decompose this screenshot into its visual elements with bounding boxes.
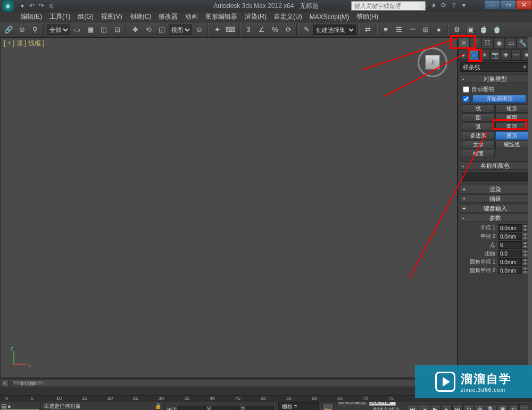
startnew-checkbox[interactable] [463,96,469,102]
infocenter-icon[interactable]: ⓘ [419,2,428,10]
qat-link-icon[interactable]: ⎋ [47,2,55,10]
tab-create[interactable]: ✳ [458,37,470,49]
align-icon[interactable]: ≡ [379,23,392,36]
move-icon[interactable]: ✥ [129,23,142,36]
scale-icon[interactable]: ◱ [155,23,168,36]
dropdown-icon[interactable]: ▾ [460,2,468,10]
shape-text[interactable]: 文本 [462,141,495,149]
subtab-shapes[interactable]: ◯ [469,50,479,60]
viewcube[interactable]: 上 [418,47,447,77]
ref-coord-system[interactable]: 视图 [169,24,192,35]
schematic-icon[interactable]: ⊞ [419,23,432,36]
coord-z-input[interactable] [246,406,274,410]
qat-redo-icon[interactable]: ↷ [37,2,46,10]
viewport-label[interactable]: [ + ] 顶 ] 线框 ] [4,39,44,48]
edit-sel-set-icon[interactable]: ✎ [300,23,313,36]
menu-create[interactable]: 创建(C) [126,12,155,21]
shape-star[interactable]: 星形 [495,132,528,140]
subtab-cameras[interactable]: 📷 [491,50,500,60]
menu-animation[interactable]: 动画 [181,12,202,21]
coord-x-input[interactable] [178,406,206,410]
angle-snap-icon[interactable]: ∠ [255,23,268,36]
percent-snap-icon[interactable]: % [269,23,281,36]
fillet2-input[interactable] [498,267,522,274]
fillet1-input[interactable] [498,258,522,266]
shape-line[interactable]: 线 [462,104,495,113]
snap-icon[interactable]: 3 [242,23,255,36]
spinner-snap-icon[interactable]: ⟳ [282,23,295,36]
shape-ngon[interactable]: 多边形 [462,132,495,140]
lock-icon[interactable]: 🔒 [155,403,161,409]
shape-circle[interactable]: 圆 [462,113,495,122]
menu-render[interactable]: 渲染(R) [241,12,270,21]
panel-scroll[interactable] [528,37,532,378]
render-prod-icon[interactable]: 🍵 [491,23,503,36]
shape-section[interactable]: 截面 [462,150,495,158]
render-setup-icon[interactable]: ⚙ [451,23,463,36]
close-button[interactable]: ✕ [516,0,532,10]
curve-editor-icon[interactable]: 〰 [406,23,419,36]
render-icon[interactable]: 🍵 [477,23,490,36]
next-frame-icon[interactable]: ▸ [441,404,452,410]
rollout-keyboard[interactable]: +键盘输入 [460,204,530,212]
rollout-interp[interactable]: +插值 [460,194,530,203]
subtab-geometry[interactable]: ● [459,50,468,60]
menu-view[interactable]: 视图(V) [97,12,126,21]
nav-pan-icon[interactable]: ✥ [475,404,485,410]
exchange-icon[interactable]: ⟳ [439,2,448,10]
rollout-params[interactable]: -参数 [460,214,530,222]
bind-icon[interactable]: ⚲ [29,23,41,36]
prev-frame-icon[interactable]: ◂ [419,404,429,410]
key-filters-button[interactable]: 关键点过滤器... [372,406,406,411]
shape-helix[interactable]: 螺旋线 [495,141,528,149]
help-icon[interactable]: ? [450,2,458,10]
shape-ellipse[interactable]: 椭圆 [495,113,528,122]
material-icon[interactable]: ● [433,23,445,36]
play-icon[interactable]: ▶ [430,404,440,410]
tab-modify[interactable]: ☄ [470,37,481,49]
goto-start-icon[interactable]: ⏮ [408,404,418,410]
search-input[interactable] [351,1,426,11]
qat-undo-icon[interactable]: ↶ [28,2,36,10]
window-crossing-icon[interactable]: ⊡ [111,23,123,36]
menu-tools[interactable]: 工具(T) [46,12,74,21]
menu-graph[interactable]: 图形编辑器 [202,12,241,21]
coord-mode-icon[interactable]: ⊞ [167,406,172,411]
menu-edit[interactable]: 编辑(E) [17,12,46,21]
nav-fov-icon[interactable]: ▣ [497,404,508,410]
minimize-button[interactable]: — [484,0,500,10]
app-icon[interactable]: ◉ [2,0,14,12]
radius1-input[interactable] [498,224,522,232]
menu-maxscript[interactable]: MAXScript(M) [306,13,353,21]
rollout-render[interactable]: +渲染 [460,185,530,193]
nav-zoom-icon[interactable]: 🔍 [486,404,496,410]
pivot-icon[interactable]: ⊙ [193,23,205,36]
nav-max-icon[interactable]: ⛶ [519,404,530,410]
category-dropdown[interactable]: 样条线▼ [460,62,530,72]
shape-arc[interactable]: 弧 [462,122,495,131]
rotate-icon[interactable]: ⟲ [142,23,155,36]
rollout-object-type[interactable]: -对象类型 [460,75,530,83]
viewport[interactable]: [ + ] 顶 ] 线框 ] 上 z x [0,37,458,378]
render-frame-icon[interactable]: ▣ [464,23,477,36]
tab-display[interactable]: ▭ [505,37,517,49]
tab-motion[interactable]: ◉ [493,37,505,49]
script-mini-icon[interactable]: ▤ [1,403,6,409]
shape-rectangle[interactable]: 矩形 [495,104,528,113]
named-selection-set[interactable]: 创建选择集 [313,24,356,35]
time-thumb[interactable]: 0 / 100 [12,381,44,386]
unlink-icon[interactable]: ⊘ [15,23,28,36]
manip-icon[interactable]: ✦ [211,23,223,36]
time-config-icon[interactable]: ⚙ [463,404,474,410]
object-name-input[interactable] [462,173,532,181]
menu-customize[interactable]: 自定义(U) [270,12,306,21]
start-new-shape-button[interactable]: 开始新图形 [472,95,526,103]
menu-help[interactable]: 帮助(H) [353,12,382,21]
select-region-icon[interactable]: ◫ [97,23,110,36]
subtab-spacewarps[interactable]: 〰 [511,50,521,60]
star-icon[interactable]: ★ [429,2,438,10]
qat-open-icon[interactable]: ▾ [18,2,27,10]
menu-group[interactable]: 组(G) [74,12,97,21]
script-rec-icon[interactable]: ● [7,403,11,409]
keymode-icon[interactable]: ⌨ [224,23,237,36]
